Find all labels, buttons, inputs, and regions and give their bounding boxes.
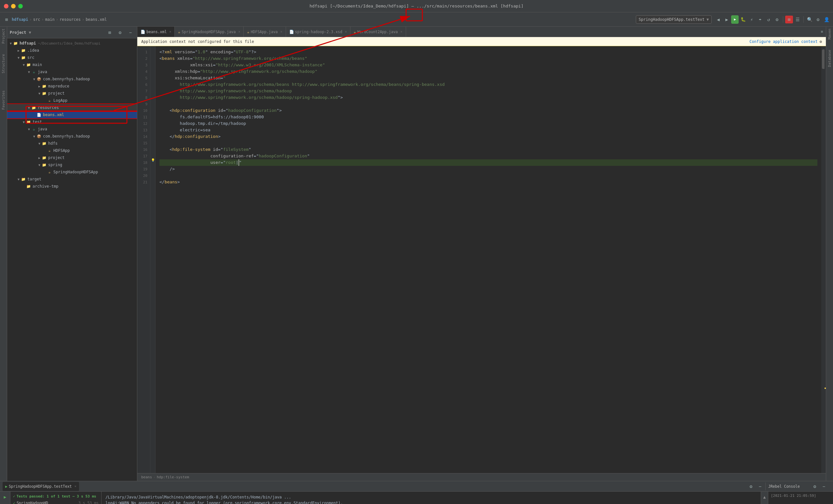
run-play-btn[interactable]: ▶: [1, 493, 9, 501]
line-numbers: 1 2 3 4 5 6 7 8 9 10 11 12 13 14 15 16 1…: [137, 46, 150, 473]
debug-icon[interactable]: 🐛: [739, 16, 747, 23]
scroll-up-btn[interactable]: ▲: [761, 493, 768, 501]
tab-wordcount[interactable]: ☕ WordCount2App.java ×: [351, 27, 406, 37]
tree-java[interactable]: ▼ ☕ java: [7, 68, 137, 75]
nav-back-icon[interactable]: ⊞: [3, 16, 10, 23]
jrebel-gear-icon[interactable]: ⚙: [811, 482, 819, 490]
maven-tab[interactable]: Maven: [827, 27, 832, 41]
tree-hdfs[interactable]: ▼ 📁 hdfs: [7, 140, 137, 147]
run-minimize-icon[interactable]: −: [756, 482, 764, 490]
tab-settings-icon[interactable]: ≡: [818, 28, 826, 36]
run-config-icon[interactable]: ⚙: [773, 16, 781, 23]
tree-test-project-label: project: [48, 155, 65, 160]
tree-idea[interactable]: ▶ 📁 .idea: [7, 47, 137, 54]
breadcrumb-resources[interactable]: resources: [60, 17, 81, 22]
tree-hdfsapp[interactable]: ▶ ☕ HDFSApp: [7, 147, 137, 154]
title-bar: hdfsapi [~/Documents/Idea_Demo/hdfsapi] …: [0, 0, 833, 12]
reload-icon[interactable]: ↺: [765, 16, 772, 23]
tree-project[interactable]: ▼ 📁 project: [7, 90, 137, 97]
run-tab-close[interactable]: ×: [74, 484, 76, 488]
run-gear-icon[interactable]: ⚙: [747, 482, 755, 490]
tool2-icon[interactable]: ☰: [794, 16, 802, 23]
ln-21: 21: [137, 179, 150, 185]
code-line-21: </beans>: [160, 179, 817, 185]
close-button[interactable]: [4, 4, 8, 8]
database-tab[interactable]: Database: [827, 48, 832, 69]
selected-tool-icon[interactable]: ⊞: [785, 16, 793, 23]
breadcrumb-main[interactable]: main: [45, 17, 55, 22]
tree-test-project[interactable]: ▶ 📁 project: [7, 154, 137, 161]
tab-wordcount-close[interactable]: ×: [401, 30, 403, 33]
settings-icon[interactable]: ⚙: [814, 16, 822, 23]
tree-mapreduce[interactable]: ▶ 📁 mapreduce: [7, 82, 137, 90]
console-output[interactable]: /Library/Java/JavaVirtualMachines/adopto…: [101, 492, 761, 504]
error-stripe: [825, 46, 826, 473]
tab-hdfs-close[interactable]: ×: [281, 30, 282, 33]
tree-spring[interactable]: ▼ 📁 spring: [7, 161, 137, 169]
maximize-button[interactable]: [18, 4, 23, 8]
editor-scrollbar[interactable]: [821, 46, 826, 473]
minimize-button[interactable]: [11, 4, 16, 8]
tab-beans-xml[interactable]: 📄 beans.xml ×: [137, 27, 175, 37]
tree-test[interactable]: ▼ 📁 test: [7, 118, 137, 126]
tree-springhadoop[interactable]: ▶ ☕ SpringHadoopHDFSApp: [7, 169, 137, 176]
sidebar-favorites-tab[interactable]: Favorites: [1, 89, 6, 112]
tab-spring-close[interactable]: ×: [238, 30, 240, 33]
scroll-down-btn[interactable]: ▼: [761, 501, 768, 504]
sidebar-structure-tab[interactable]: Structure: [1, 52, 6, 75]
traffic-lights[interactable]: [4, 4, 23, 8]
run-tab-spring[interactable]: ▶ SpringHadoopHDFSApp.testText ×: [3, 482, 79, 491]
tab-spring-app[interactable]: ☕ SpringHadoopHDFSApp.java ×: [175, 27, 244, 37]
project-sync-icon[interactable]: ⊞: [106, 29, 114, 36]
back-icon[interactable]: ◀: [714, 16, 722, 23]
project-gear-icon[interactable]: ⚙: [116, 29, 124, 36]
run-icon: ▶: [5, 484, 7, 489]
run-button[interactable]: ▶: [731, 15, 739, 24]
tree-root[interactable]: ▼ 📁 hdfsapi ~/Documents/Idea_Demo/hdfsap…: [7, 40, 137, 47]
coverage-icon[interactable]: ☂: [756, 16, 764, 23]
configure-link[interactable]: Configure application context: [749, 39, 818, 44]
tree-logapp[interactable]: ▶ ☕ LogApp: [7, 97, 137, 104]
user-icon[interactable]: 👤: [823, 16, 830, 23]
code-editor[interactable]: 1 2 3 4 5 6 7 8 9 10 11 12 13 14 15 16 1…: [137, 46, 826, 473]
tree-archive[interactable]: ▶ 📁 archive-tmp: [7, 183, 137, 190]
test-status: ✓ Tests passed: 1 of 1 test – 3 s 53 ms: [12, 493, 100, 500]
archive-folder-icon: 📁: [26, 184, 31, 189]
test-item-spring[interactable]: ✓ SpringHadoopHD 3 s 53 ms: [12, 500, 100, 504]
run-config-dropdown[interactable]: SpringHadoopHDFSApp.testText ▼: [636, 15, 712, 24]
project-minimize-icon[interactable]: −: [126, 29, 135, 36]
sidebar-project-tab[interactable]: Project: [1, 27, 6, 46]
tree-resources[interactable]: ▼ 📁 resources: [7, 104, 137, 111]
tree-test-java[interactable]: ▼ ☕ java: [7, 126, 137, 133]
tab-beans-close[interactable]: ×: [169, 30, 171, 33]
bulb-indicator[interactable]: 💡: [150, 157, 155, 163]
run-pass-btn[interactable]: ✓: [1, 502, 9, 504]
tree-target[interactable]: ▼ 📁 target: [7, 176, 137, 183]
code-line-10: <hdp:configuration id="hadoopConfigurati…: [160, 107, 817, 114]
code-line-13: electric=sea: [160, 127, 817, 133]
tree-root-path: ~/Documents/Idea_Demo/hdfsapi: [38, 41, 100, 46]
tree-package[interactable]: ▼ 📦 com.bennyrhys.hadoop: [7, 75, 137, 82]
breadcrumb-file[interactable]: beans.xml: [86, 17, 107, 22]
tree-main[interactable]: ▼ 📁 main: [7, 61, 137, 68]
tree-resources-label: resources: [38, 105, 59, 110]
tab-hdfsapp[interactable]: ☕ HDFSApp.java ×: [244, 27, 286, 37]
tab-xsd-close[interactable]: ×: [345, 30, 347, 33]
code-content[interactable]: <?xml version="1.0" encoding="UTF-8" ?> …: [156, 46, 821, 473]
tree-src-label: src: [27, 55, 34, 60]
tree-mapreduce-label: mapreduce: [48, 84, 69, 89]
warning-gear-icon[interactable]: ⚙: [820, 39, 822, 44]
tree-test-package[interactable]: ▼ 📦 com.bennyrhys.hadoop: [7, 133, 137, 140]
logapp-icon: ☕: [47, 98, 52, 103]
search-icon[interactable]: 🔍: [806, 16, 813, 23]
breadcrumb-filesys[interactable]: hdp:file-system: [157, 475, 189, 479]
tab-xsd[interactable]: 📄 spring-hadoop-2.3.xsd ×: [286, 27, 351, 37]
breadcrumb-root[interactable]: hdfsapi: [12, 17, 28, 22]
jrebel-close-icon[interactable]: −: [820, 482, 828, 490]
tree-src[interactable]: ▼ 📁 src: [7, 54, 137, 61]
profile-icon[interactable]: ⚡: [748, 16, 756, 23]
forward-icon[interactable]: ▶: [723, 16, 731, 23]
breadcrumb-src[interactable]: src: [33, 17, 40, 22]
breadcrumb-beans[interactable]: beans: [141, 475, 152, 479]
tree-beansxml[interactable]: ▶ 📄 beans.xml: [7, 111, 137, 118]
